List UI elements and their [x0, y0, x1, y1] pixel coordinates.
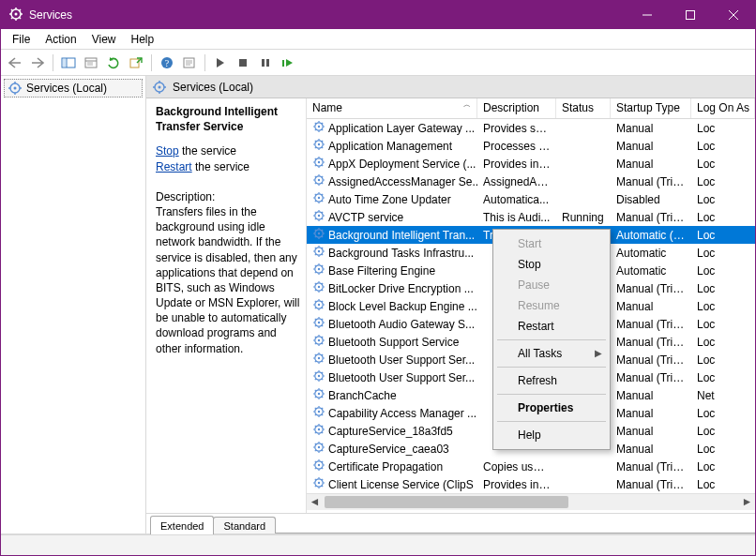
cell-logon: Loc — [691, 281, 755, 296]
cell-startup-type: Automatic — [611, 246, 691, 261]
svg-point-155 — [318, 322, 320, 323]
scroll-left-button[interactable]: ◄ — [307, 494, 323, 510]
tree-item-label: Services (Local) — [26, 82, 107, 95]
svg-line-9 — [20, 9, 22, 11]
column-header-startup-type[interactable]: Startup Type — [611, 98, 691, 118]
tab-standard[interactable]: Standard — [213, 517, 276, 533]
cell-description: Provides inf... — [477, 477, 556, 492]
service-row[interactable]: Application ManagementProcesses in...Man… — [307, 137, 755, 155]
menu-view[interactable]: View — [84, 31, 124, 48]
restart-service-line: Restart the service — [156, 159, 300, 174]
svg-line-130 — [315, 265, 316, 266]
show-hide-tree-button[interactable] — [58, 53, 79, 73]
svg-line-91 — [322, 201, 323, 202]
cell-startup-type: Manual (Trig... — [611, 477, 691, 492]
help-button[interactable]: ? — [157, 53, 177, 73]
svg-line-123 — [322, 248, 323, 248]
cell-startup-type: Automatic — [611, 263, 691, 278]
cell-status — [556, 145, 611, 147]
svg-line-230 — [315, 443, 316, 444]
svg-line-172 — [315, 343, 316, 344]
menu-file[interactable]: File — [5, 31, 38, 48]
ctx-properties[interactable]: Properties — [495, 398, 608, 418]
column-header-logon[interactable]: Log On As — [691, 98, 755, 118]
svg-line-102 — [315, 218, 316, 219]
svg-line-191 — [322, 379, 323, 380]
svg-rect-16 — [63, 59, 66, 67]
pane-header: Services (Local) — [146, 76, 755, 98]
services-list: Name︿ Description Status Startup Type Lo… — [306, 98, 755, 513]
close-button[interactable] — [712, 1, 755, 29]
svg-line-211 — [322, 414, 323, 415]
svg-point-55 — [318, 143, 320, 145]
service-row[interactable]: Client License Service (ClipSProvides in… — [307, 475, 755, 493]
cell-logon: Loc — [691, 459, 755, 474]
back-button[interactable] — [5, 53, 25, 73]
service-row[interactable]: Certificate PropagationCopies user ...Ma… — [307, 458, 755, 475]
scroll-thumb[interactable] — [325, 496, 568, 508]
menu-action[interactable]: Action — [38, 31, 83, 48]
export-list-button[interactable] — [126, 53, 146, 73]
cell-status — [556, 199, 611, 201]
tab-extended[interactable]: Extended — [150, 516, 214, 534]
tree-item-services-local[interactable]: Services (Local) — [4, 79, 143, 98]
svg-line-80 — [315, 176, 316, 177]
service-name: CaptureService_caea03 — [328, 443, 449, 456]
cell-description: Automatica... — [477, 192, 556, 207]
ctx-stop[interactable]: Stop — [495, 254, 608, 275]
selected-service-title: Background Intelligent Transfer Service — [156, 104, 300, 134]
tree-pane: Services (Local) — [1, 76, 146, 533]
svg-line-202 — [315, 397, 316, 398]
svg-point-135 — [318, 286, 320, 288]
refresh-button[interactable] — [103, 53, 124, 73]
stop-link[interactable]: Stop — [156, 144, 179, 158]
restart-service-button[interactable] — [278, 53, 298, 73]
cell-description: This is Audi... — [477, 210, 556, 225]
cell-startup-type: Manual (Trig... — [611, 353, 691, 368]
gear-icon — [312, 280, 325, 296]
cell-logon: Loc — [691, 442, 755, 457]
service-row[interactable]: AssignedAccessManager Se...AssignedAc...… — [307, 173, 755, 190]
ctx-help[interactable]: Help — [495, 425, 608, 445]
scroll-right-button[interactable]: ► — [739, 494, 755, 510]
minimize-button[interactable] — [626, 1, 669, 29]
view-tabs: Extended Standard — [146, 513, 755, 533]
menu-help[interactable]: Help — [124, 31, 162, 48]
restart-link[interactable]: Restart — [156, 160, 192, 173]
service-row[interactable]: Auto Time Zone UpdaterAutomatica...Disab… — [307, 190, 755, 208]
service-row[interactable]: AppX Deployment Service (...Provides inf… — [307, 155, 755, 173]
scroll-track[interactable] — [323, 494, 739, 510]
cell-logon: Net — [691, 388, 755, 403]
svg-rect-29 — [262, 59, 265, 67]
maximize-button[interactable] — [669, 1, 712, 29]
svg-line-133 — [322, 265, 323, 266]
service-row[interactable]: AVCTP serviceThis is Audi...RunningManua… — [307, 208, 755, 226]
svg-line-110 — [315, 230, 316, 231]
svg-point-215 — [318, 428, 320, 430]
service-row[interactable]: Application Layer Gateway ...Provides su… — [307, 119, 755, 137]
horizontal-scrollbar[interactable]: ◄ ► — [307, 493, 755, 509]
column-header-status[interactable]: Status — [556, 98, 611, 118]
stop-service-button[interactable] — [233, 53, 253, 73]
svg-line-210 — [315, 408, 316, 409]
column-header-description[interactable]: Description — [477, 98, 556, 118]
toolbar-separator — [204, 54, 205, 71]
cell-logon: Loc — [691, 246, 755, 261]
service-name: Application Management — [328, 140, 452, 153]
pause-service-button[interactable] — [255, 53, 276, 73]
ctx-restart[interactable]: Restart — [495, 316, 608, 337]
svg-line-71 — [322, 165, 323, 166]
properties-button[interactable] — [81, 53, 101, 73]
ctx-refresh[interactable]: Refresh — [495, 370, 608, 391]
help-topics-button[interactable] — [179, 53, 200, 73]
svg-line-6 — [11, 9, 13, 11]
svg-line-70 — [315, 158, 316, 159]
svg-line-142 — [315, 290, 316, 291]
start-service-button[interactable] — [210, 53, 231, 73]
column-header-name[interactable]: Name︿ — [307, 98, 477, 118]
gear-icon — [312, 156, 325, 172]
svg-line-61 — [322, 147, 323, 148]
gear-icon — [152, 80, 167, 95]
forward-button[interactable] — [27, 53, 48, 73]
ctx-all-tasks[interactable]: All Tasks▶ — [495, 343, 608, 364]
